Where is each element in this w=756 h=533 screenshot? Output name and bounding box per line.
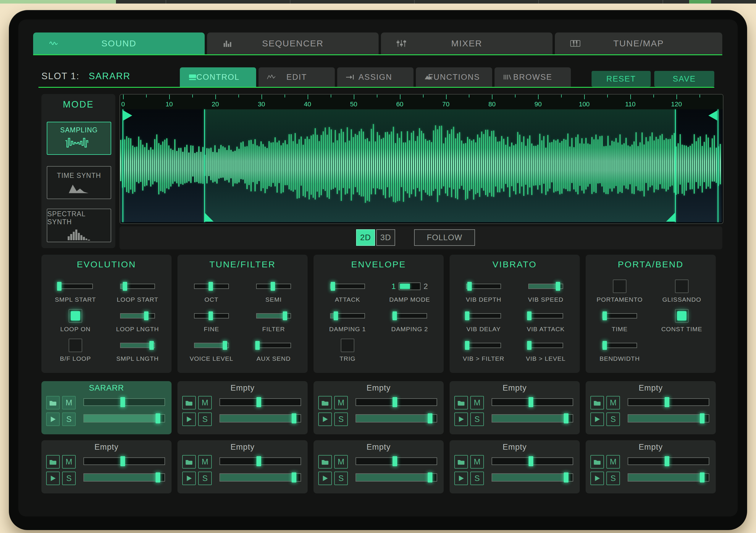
volume-slider[interactable] [492, 473, 573, 482]
solo-button[interactable]: S [62, 471, 76, 485]
slider-handle[interactable] [528, 456, 533, 466]
play-button[interactable] [318, 413, 332, 426]
slider-handle[interactable] [528, 397, 533, 407]
slider-damping-2[interactable] [392, 313, 427, 318]
pan-slider[interactable] [220, 398, 301, 406]
main-tab-mixer[interactable]: MIXER [381, 33, 553, 54]
toggle-option-2[interactable]: 2 [423, 282, 428, 291]
play-button[interactable] [454, 413, 468, 426]
slot-7-empty[interactable]: EmptyMS [177, 440, 308, 494]
slider-smpl-lngth[interactable] [120, 343, 155, 348]
slider-voice-level[interactable] [194, 343, 229, 348]
checkbox-trig[interactable] [341, 339, 354, 352]
volume-slider[interactable] [628, 414, 709, 422]
slider-vib-attack[interactable] [528, 313, 563, 318]
slider-handle[interactable] [465, 311, 470, 320]
play-button[interactable] [182, 413, 196, 426]
load-sample-button[interactable] [318, 455, 332, 469]
slider-handle[interactable] [392, 456, 397, 466]
play-button[interactable] [590, 413, 604, 426]
volume-slider[interactable] [83, 473, 165, 482]
play-button[interactable] [590, 471, 604, 485]
mute-button[interactable]: M [606, 455, 620, 469]
slider-vib-filter[interactable] [466, 343, 501, 348]
slider-filter[interactable] [256, 313, 291, 318]
volume-slider[interactable] [220, 414, 301, 422]
save-button[interactable]: SAVE [654, 71, 714, 87]
slot-10-empty[interactable]: EmptyMS [586, 440, 716, 494]
sub-tab-edit[interactable]: EDIT [258, 67, 335, 87]
slider-smpl-start[interactable] [58, 284, 93, 289]
loop-start-marker[interactable] [204, 109, 205, 222]
slider-attack[interactable] [330, 284, 365, 289]
solo-button[interactable]: S [334, 471, 348, 485]
load-sample-button[interactable] [318, 396, 332, 410]
play-button[interactable] [318, 471, 332, 485]
slider-handle[interactable] [255, 341, 260, 350]
play-button[interactable] [46, 471, 60, 485]
slider-vib-speed[interactable] [528, 284, 563, 289]
slider-handle[interactable] [392, 311, 397, 320]
pan-slider[interactable] [492, 398, 573, 406]
waveform-display[interactable] [120, 109, 722, 222]
slider-handle[interactable] [292, 413, 296, 423]
play-button[interactable] [46, 413, 60, 426]
slot-5-empty[interactable]: EmptyMS [586, 381, 716, 434]
sample-end-handle[interactable] [708, 111, 717, 120]
load-sample-button[interactable] [454, 455, 468, 469]
toggle-option-1[interactable]: 1 [392, 282, 396, 291]
slot-6-empty[interactable]: EmptyMS [41, 440, 172, 494]
slider-handle[interactable] [208, 311, 213, 320]
checkbox-const-time[interactable] [675, 309, 688, 323]
checkbox-portamento[interactable] [613, 280, 627, 293]
slot-3-empty[interactable]: EmptyMS [313, 381, 444, 434]
view-3d-button[interactable]: 3D [376, 229, 395, 246]
load-sample-button[interactable] [454, 396, 468, 410]
slider-handle[interactable] [121, 456, 125, 466]
slider-handle[interactable] [256, 456, 261, 466]
slider-handle[interactable] [465, 341, 470, 350]
slider-vib-depth[interactable] [466, 284, 501, 289]
slider-handle[interactable] [256, 397, 261, 407]
main-tab-sound[interactable]: SOUND [33, 33, 205, 54]
mute-button[interactable]: M [470, 455, 484, 469]
mute-button[interactable]: M [198, 396, 212, 410]
slider-handle[interactable] [664, 456, 669, 466]
volume-slider[interactable] [356, 414, 437, 422]
pan-slider[interactable] [628, 457, 709, 465]
slider-aux-send[interactable] [256, 343, 291, 348]
volume-slider[interactable] [492, 414, 573, 422]
mute-button[interactable]: M [198, 455, 212, 469]
pan-slider[interactable] [628, 398, 709, 406]
pan-slider[interactable] [83, 457, 165, 465]
slider-handle[interactable] [428, 472, 432, 482]
solo-button[interactable]: S [606, 471, 620, 485]
mute-button[interactable]: M [334, 455, 348, 469]
volume-slider[interactable] [356, 473, 437, 482]
slider-handle[interactable] [392, 397, 397, 407]
loop-start-handle[interactable] [205, 213, 214, 222]
slider-time[interactable] [602, 313, 637, 318]
checkbox-b-f-loop[interactable] [68, 339, 82, 352]
slot-9-empty[interactable]: EmptyMS [449, 440, 580, 494]
solo-button[interactable]: S [198, 413, 212, 426]
pan-slider[interactable] [83, 398, 165, 406]
sample-start-handle[interactable] [123, 111, 132, 120]
mute-button[interactable]: M [470, 396, 484, 410]
slider-handle[interactable] [331, 282, 335, 291]
main-tab-tune-map[interactable]: TUNE/MAP [555, 33, 722, 54]
slider-handle[interactable] [334, 311, 338, 320]
slot-2-empty[interactable]: EmptyMS [177, 381, 308, 434]
main-tab-sequencer[interactable]: SEQUENCER [207, 33, 379, 54]
load-sample-button[interactable] [590, 455, 604, 469]
loop-end-handle[interactable] [666, 213, 675, 222]
slider-damping-1[interactable] [330, 313, 365, 318]
checkbox-glissando[interactable] [675, 280, 688, 293]
solo-button[interactable]: S [606, 413, 620, 426]
sample-start-marker[interactable] [122, 109, 123, 222]
load-sample-button[interactable] [182, 396, 196, 410]
slider-handle[interactable] [123, 282, 127, 291]
solo-button[interactable]: S [334, 413, 348, 426]
mute-button[interactable]: M [62, 396, 76, 410]
follow-button[interactable]: FOLLOW [414, 229, 475, 246]
